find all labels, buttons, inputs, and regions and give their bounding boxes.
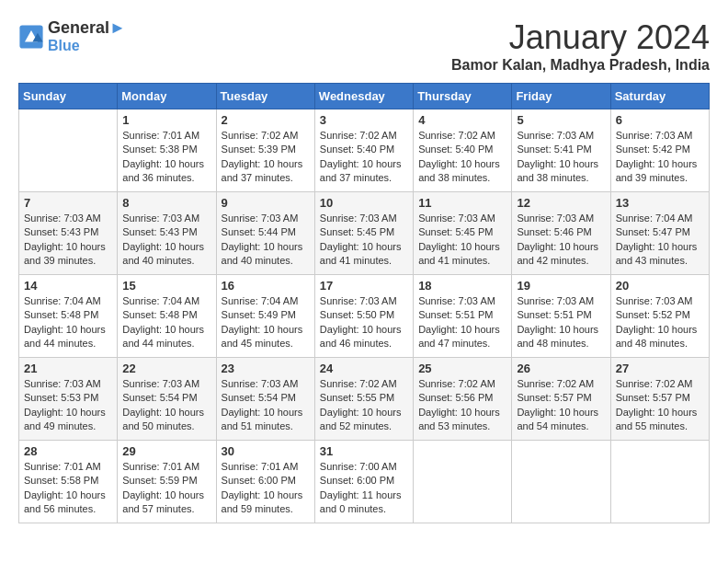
day-info: Sunrise: 7:03 AM Sunset: 5:54 PM Dayligh… xyxy=(122,377,210,434)
day-info: Sunrise: 7:02 AM Sunset: 5:56 PM Dayligh… xyxy=(418,377,506,434)
day-number: 18 xyxy=(418,279,506,293)
day-number: 10 xyxy=(320,196,408,210)
day-info: Sunrise: 7:03 AM Sunset: 5:51 PM Dayligh… xyxy=(418,294,506,351)
day-info: Sunrise: 7:03 AM Sunset: 5:45 PM Dayligh… xyxy=(320,212,408,269)
header-cell-thursday: Thursday xyxy=(414,84,512,109)
month-title: January 2024 xyxy=(451,18,710,57)
title-area: January 2024 Bamor Kalan, Madhya Pradesh… xyxy=(451,18,710,74)
day-info: Sunrise: 7:03 AM Sunset: 5:46 PM Dayligh… xyxy=(517,212,605,269)
day-number: 27 xyxy=(616,362,704,375)
day-number: 21 xyxy=(24,362,112,375)
day-number: 5 xyxy=(517,113,605,127)
day-number: 22 xyxy=(122,362,210,375)
day-info: Sunrise: 7:01 AM Sunset: 5:38 PM Dayligh… xyxy=(122,129,210,186)
header-cell-tuesday: Tuesday xyxy=(216,84,314,109)
day-cell: 17Sunrise: 7:03 AM Sunset: 5:50 PM Dayli… xyxy=(314,275,413,358)
day-info: Sunrise: 7:04 AM Sunset: 5:49 PM Dayligh… xyxy=(222,294,310,351)
day-info: Sunrise: 7:03 AM Sunset: 5:52 PM Dayligh… xyxy=(616,294,704,351)
day-cell: 30Sunrise: 7:01 AM Sunset: 6:00 PM Dayli… xyxy=(216,441,314,523)
day-cell: 9Sunrise: 7:03 AM Sunset: 5:44 PM Daylig… xyxy=(216,192,314,275)
day-cell: 25Sunrise: 7:02 AM Sunset: 5:56 PM Dayli… xyxy=(414,358,512,441)
day-cell xyxy=(19,109,118,192)
day-number: 15 xyxy=(122,279,210,293)
day-cell: 22Sunrise: 7:03 AM Sunset: 5:54 PM Dayli… xyxy=(118,358,216,441)
day-cell: 13Sunrise: 7:04 AM Sunset: 5:47 PM Dayli… xyxy=(610,192,709,275)
day-info: Sunrise: 7:01 AM Sunset: 5:58 PM Dayligh… xyxy=(24,460,112,517)
day-number: 17 xyxy=(320,279,408,293)
day-cell: 16Sunrise: 7:04 AM Sunset: 5:49 PM Dayli… xyxy=(216,275,314,358)
day-cell: 7Sunrise: 7:03 AM Sunset: 5:43 PM Daylig… xyxy=(19,192,118,275)
day-cell: 1Sunrise: 7:01 AM Sunset: 5:38 PM Daylig… xyxy=(118,109,216,192)
day-cell: 18Sunrise: 7:03 AM Sunset: 5:51 PM Dayli… xyxy=(414,275,512,358)
calendar-table: SundayMondayTuesdayWednesdayThursdayFrid… xyxy=(18,83,710,523)
day-cell: 20Sunrise: 7:03 AM Sunset: 5:52 PM Dayli… xyxy=(610,275,709,358)
day-cell xyxy=(512,441,610,523)
week-row-2: 7Sunrise: 7:03 AM Sunset: 5:43 PM Daylig… xyxy=(19,192,710,275)
day-info: Sunrise: 7:03 AM Sunset: 5:54 PM Dayligh… xyxy=(222,377,310,434)
logo: General► Blue xyxy=(18,18,126,54)
day-info: Sunrise: 7:04 AM Sunset: 5:48 PM Dayligh… xyxy=(122,294,210,351)
day-number: 19 xyxy=(517,279,605,293)
day-info: Sunrise: 7:03 AM Sunset: 5:41 PM Dayligh… xyxy=(517,129,605,186)
day-cell xyxy=(610,441,709,523)
day-cell: 27Sunrise: 7:02 AM Sunset: 5:57 PM Dayli… xyxy=(610,358,709,441)
day-cell: 11Sunrise: 7:03 AM Sunset: 5:45 PM Dayli… xyxy=(414,192,512,275)
day-info: Sunrise: 7:02 AM Sunset: 5:40 PM Dayligh… xyxy=(418,129,506,186)
day-info: Sunrise: 7:03 AM Sunset: 5:44 PM Dayligh… xyxy=(222,212,310,269)
day-cell: 5Sunrise: 7:03 AM Sunset: 5:41 PM Daylig… xyxy=(512,109,610,192)
day-number: 6 xyxy=(616,113,704,127)
header-cell-saturday: Saturday xyxy=(610,84,709,109)
day-info: Sunrise: 7:04 AM Sunset: 5:48 PM Dayligh… xyxy=(24,294,112,351)
day-info: Sunrise: 7:04 AM Sunset: 5:47 PM Dayligh… xyxy=(616,212,704,269)
day-info: Sunrise: 7:02 AM Sunset: 5:40 PM Dayligh… xyxy=(320,129,408,186)
day-cell: 26Sunrise: 7:02 AM Sunset: 5:57 PM Dayli… xyxy=(512,358,610,441)
week-row-1: 1Sunrise: 7:01 AM Sunset: 5:38 PM Daylig… xyxy=(19,109,710,192)
day-number: 1 xyxy=(122,113,210,127)
day-cell: 6Sunrise: 7:03 AM Sunset: 5:42 PM Daylig… xyxy=(610,109,709,192)
header-cell-friday: Friday xyxy=(512,84,610,109)
day-number: 26 xyxy=(517,362,605,375)
day-number: 3 xyxy=(320,113,408,127)
day-info: Sunrise: 7:03 AM Sunset: 5:43 PM Dayligh… xyxy=(24,212,112,269)
day-number: 28 xyxy=(24,444,112,458)
header-row: SundayMondayTuesdayWednesdayThursdayFrid… xyxy=(19,84,710,109)
day-number: 2 xyxy=(222,113,310,127)
week-row-5: 28Sunrise: 7:01 AM Sunset: 5:58 PM Dayli… xyxy=(19,441,710,523)
day-number: 8 xyxy=(122,196,210,210)
day-number: 31 xyxy=(320,444,408,458)
day-info: Sunrise: 7:01 AM Sunset: 5:59 PM Dayligh… xyxy=(122,460,210,517)
day-info: Sunrise: 7:02 AM Sunset: 5:57 PM Dayligh… xyxy=(616,377,704,434)
day-number: 20 xyxy=(616,279,704,293)
day-info: Sunrise: 7:03 AM Sunset: 5:45 PM Dayligh… xyxy=(418,212,506,269)
day-cell: 14Sunrise: 7:04 AM Sunset: 5:48 PM Dayli… xyxy=(19,275,118,358)
day-info: Sunrise: 7:03 AM Sunset: 5:43 PM Dayligh… xyxy=(122,212,210,269)
day-number: 23 xyxy=(222,362,310,375)
day-cell: 31Sunrise: 7:00 AM Sunset: 6:00 PM Dayli… xyxy=(314,441,413,523)
day-cell: 24Sunrise: 7:02 AM Sunset: 5:55 PM Dayli… xyxy=(314,358,413,441)
day-info: Sunrise: 7:03 AM Sunset: 5:42 PM Dayligh… xyxy=(616,129,704,186)
day-cell: 23Sunrise: 7:03 AM Sunset: 5:54 PM Dayli… xyxy=(216,358,314,441)
day-cell: 2Sunrise: 7:02 AM Sunset: 5:39 PM Daylig… xyxy=(216,109,314,192)
day-number: 16 xyxy=(222,279,310,293)
day-info: Sunrise: 7:00 AM Sunset: 6:00 PM Dayligh… xyxy=(320,460,408,517)
day-cell: 19Sunrise: 7:03 AM Sunset: 5:51 PM Dayli… xyxy=(512,275,610,358)
day-info: Sunrise: 7:02 AM Sunset: 5:57 PM Dayligh… xyxy=(517,377,605,434)
day-number: 7 xyxy=(24,196,112,210)
day-number: 30 xyxy=(222,444,310,458)
day-cell: 4Sunrise: 7:02 AM Sunset: 5:40 PM Daylig… xyxy=(414,109,512,192)
day-number: 14 xyxy=(24,279,112,293)
day-info: Sunrise: 7:02 AM Sunset: 5:55 PM Dayligh… xyxy=(320,377,408,434)
day-number: 13 xyxy=(616,196,704,210)
day-number: 12 xyxy=(517,196,605,210)
day-cell: 28Sunrise: 7:01 AM Sunset: 5:58 PM Dayli… xyxy=(19,441,118,523)
day-cell: 10Sunrise: 7:03 AM Sunset: 5:45 PM Dayli… xyxy=(314,192,413,275)
day-info: Sunrise: 7:03 AM Sunset: 5:51 PM Dayligh… xyxy=(517,294,605,351)
week-row-3: 14Sunrise: 7:04 AM Sunset: 5:48 PM Dayli… xyxy=(19,275,710,358)
day-number: 25 xyxy=(418,362,506,375)
header: General► Blue January 2024 Bamor Kalan, … xyxy=(18,18,710,74)
day-info: Sunrise: 7:01 AM Sunset: 6:00 PM Dayligh… xyxy=(222,460,310,517)
day-cell: 12Sunrise: 7:03 AM Sunset: 5:46 PM Dayli… xyxy=(512,192,610,275)
day-cell: 8Sunrise: 7:03 AM Sunset: 5:43 PM Daylig… xyxy=(118,192,216,275)
day-number: 9 xyxy=(222,196,310,210)
day-cell: 15Sunrise: 7:04 AM Sunset: 5:48 PM Dayli… xyxy=(118,275,216,358)
